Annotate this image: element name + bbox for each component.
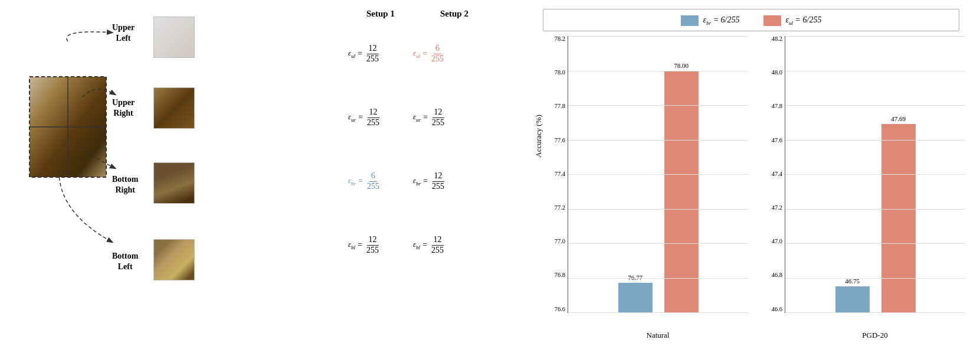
arrow-ul (67, 32, 112, 41)
label-upper-left: UpperLeft (112, 22, 135, 44)
eq-row-ur: εur = 12 255 εur = 12 255 (348, 86, 525, 149)
main-container: UpperLeft UpperRight BottomRight BottomL… (0, 0, 980, 346)
eq-ul-setup1: εul = 12 255 (348, 44, 413, 64)
bar-blue-pgd (835, 286, 870, 312)
y-ticks-pgd: 48.2 48.0 47.8 47.6 47.4 47.2 47.0 46.8 … (756, 36, 784, 312)
eq-row-ul: εul = 12 255 εul = 6 255 (348, 22, 525, 86)
charts-section: εbr = 6/255 εul = 6/255 Accuracy (%) 78.… (525, 6, 968, 340)
label-bottom-left: BottomLeft (112, 251, 138, 272)
bars-pgd: 46.75 47.69 (785, 36, 965, 312)
setup-headers: Setup 1 Setup 2 (348, 9, 525, 19)
eq-ul-s2-lhs: εul (413, 48, 420, 59)
chart-natural: Accuracy (%) 78.2 78.0 77.8 77.6 77.4 77… (537, 36, 748, 340)
x-label-natural: Natural (568, 331, 748, 340)
y-ticks-natural: 78.2 78.0 77.8 77.6 77.4 77.2 77.0 76.8 … (539, 36, 567, 312)
chart-pgd20: 48.2 48.0 47.8 47.6 47.4 47.2 47.0 46.8 … (754, 36, 965, 340)
eq-br-setup2: εbr = 12 255 (413, 171, 484, 192)
diagram-svg (12, 6, 130, 337)
setup-section: Setup 1 Setup 2 εul = 12 255 εul = 6 255 (348, 6, 525, 340)
patch-bl (153, 239, 195, 280)
label-upper-right: UpperRight (112, 97, 135, 119)
eq-ul-s1-frac: 12 255 (365, 44, 381, 64)
eq-bl-setup1: εbl = 12 255 (348, 235, 413, 256)
charts-row: Accuracy (%) 78.2 78.0 77.8 77.6 77.4 77… (534, 36, 968, 340)
arrow-bl (59, 171, 112, 242)
patch-br (153, 162, 195, 204)
legend-salmon: εul = 6/255 (763, 15, 822, 26)
setup1-header: Setup 1 (348, 9, 413, 19)
bar-salmon-pgd (881, 124, 916, 312)
eq-br-setup1: εbr = 6 255 (348, 171, 413, 192)
legend-swatch-salmon (763, 15, 781, 26)
eq-row-br: εbr = 6 255 εbr = 12 255 (348, 149, 525, 213)
eq-ul-s1-lhs: εul (348, 48, 355, 59)
bar-salmon-natural (664, 71, 699, 313)
eq-bl-setup2: εbl = 12 255 (413, 235, 484, 256)
eq-ur-setup1: εur = 12 255 (348, 107, 413, 128)
bar-pgd-salmon: 47.69 (881, 36, 916, 312)
x-label-pgd: PGD-20 (785, 331, 965, 340)
bar-natural-blue: 76.77 (618, 36, 653, 312)
legend-swatch-blue (681, 15, 699, 26)
eq-row-bl: εbl = 12 255 εbl = 12 255 (348, 213, 525, 277)
label-bottom-right: BottomRight (112, 174, 138, 195)
legend-blue-text: εbr = 6/255 (703, 15, 740, 26)
patch-ur (153, 87, 195, 129)
eq-ur-setup2: εur = 12 255 (413, 107, 484, 128)
eq-ul-setup2: εul = 6 255 (413, 44, 484, 64)
patch-ul (153, 17, 195, 58)
bar-natural-salmon: 78.00 (664, 36, 699, 312)
eq-ul-s2-frac: 6 255 (430, 44, 445, 64)
legend-salmon-text: εul = 6/255 (786, 15, 822, 26)
legend: εbr = 6/255 εul = 6/255 (543, 9, 959, 31)
bar-blue-natural (618, 283, 653, 312)
bars-natural: 76.77 78.00 (568, 36, 748, 312)
bar-pgd-blue: 46.75 (835, 36, 870, 312)
diagram-section: UpperLeft UpperRight BottomRight BottomL… (12, 6, 342, 340)
legend-blue: εbr = 6/255 (681, 15, 740, 26)
setup2-header: Setup 2 (419, 9, 490, 19)
